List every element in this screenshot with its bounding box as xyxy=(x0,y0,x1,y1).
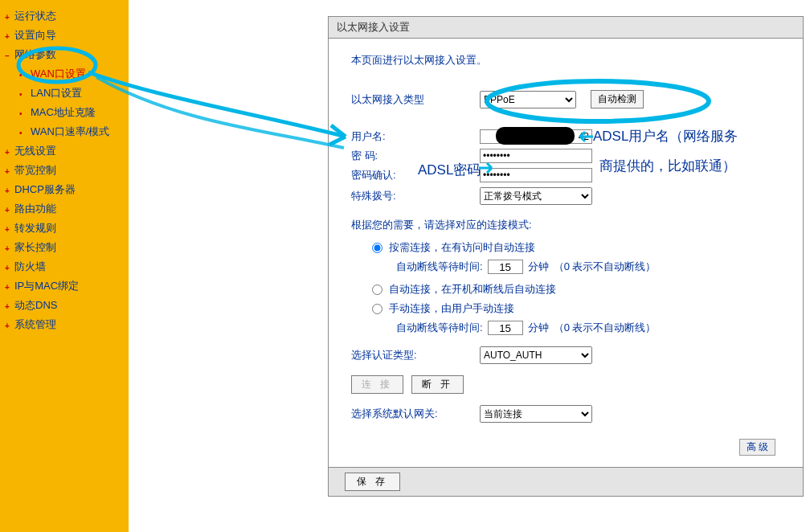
annotation-text-isp: 商提供的，比如联通） xyxy=(599,157,736,175)
conn-type-select[interactable]: PPPoE xyxy=(480,91,576,108)
sidebar-item-13[interactable]: +防火墙 xyxy=(0,257,129,276)
sidebar-item-5[interactable]: •MAC地址克隆 xyxy=(0,103,129,122)
panel-body: 本页面进行以太网接入设置。 以太网接入类型 PPPoE 自动检测 用户名: 密 … xyxy=(329,39,803,467)
advanced-button[interactable]: 高 级 xyxy=(739,439,775,456)
wait2-input[interactable] xyxy=(488,321,523,335)
sidebar-item-label: WAN口设置 xyxy=(31,68,86,80)
sidebar-item-label: 动态DNS xyxy=(14,299,57,311)
wait2-unit: 分钟 xyxy=(528,321,549,335)
panel-desc: 本页面进行以太网接入设置。 xyxy=(351,53,780,68)
sidebar-item-15[interactable]: +动态DNS xyxy=(0,296,129,315)
sidebar-item-14[interactable]: +IP与MAC绑定 xyxy=(0,276,129,296)
gateway-label: 选择系统默认网关: xyxy=(351,407,480,421)
sidebar-item-2[interactable]: –网络参数 xyxy=(0,45,129,64)
password-input[interactable] xyxy=(480,149,592,163)
plus-icon: + xyxy=(5,280,10,295)
save-bar: 保 存 xyxy=(329,467,803,496)
conn-type-label: 以太网接入类型 xyxy=(351,92,480,107)
dial-select[interactable]: 正常拨号模式 xyxy=(480,187,592,205)
sidebar-item-label: 家长控制 xyxy=(14,241,56,253)
conn-type-row: 以太网接入类型 PPPoE 自动检测 xyxy=(351,90,780,108)
sidebar-item-label: 设置向导 xyxy=(14,29,56,41)
plus-icon: + xyxy=(5,319,10,334)
sidebar-item-label: 防火墙 xyxy=(14,260,46,272)
sidebar-item-6[interactable]: •WAN口速率/模式 xyxy=(0,122,129,141)
wait1-row: 自动断线等待时间: 分钟 （0 表示不自动断线） xyxy=(396,260,780,274)
sidebar-item-label: 转发规则 xyxy=(14,222,56,234)
password-confirm-input[interactable] xyxy=(480,168,592,182)
save-button[interactable]: 保 存 xyxy=(345,473,400,491)
dot-icon: • xyxy=(19,126,22,141)
sidebar-item-label: WAN口速率/模式 xyxy=(31,125,109,137)
dial-label: 特殊拨号: xyxy=(351,189,480,203)
sidebar-item-10[interactable]: +路由功能 xyxy=(0,199,129,219)
wait1-hint: （0 表示不自动断线） xyxy=(554,260,657,274)
sidebar-list: +运行状态+设置向导–网络参数•WAN口设置•LAN口设置•MAC地址克隆•WA… xyxy=(0,6,129,334)
mode1-radio[interactable] xyxy=(372,243,382,253)
annotation-text-pwd: ADSL密码 xyxy=(418,161,481,179)
username-label: 用户名: xyxy=(351,129,480,144)
disconnect-button[interactable]: 断 开 xyxy=(411,375,464,394)
sidebar-item-label: 运行状态 xyxy=(14,10,56,22)
mode3-radio[interactable] xyxy=(372,304,382,314)
conn-mode-desc: 根据您的需要，请选择对应的连接模式: xyxy=(351,218,780,232)
mode3-row: 手动连接，由用户手动连接 xyxy=(372,301,780,316)
wait2-label: 自动断线等待时间: xyxy=(396,321,483,335)
sidebar-item-3[interactable]: •WAN口设置 xyxy=(0,64,129,84)
sidebar-item-label: 网络参数 xyxy=(14,48,56,60)
mode1-row: 按需连接，在有访问时自动连接 xyxy=(372,240,780,255)
mode2-radio[interactable] xyxy=(372,284,382,295)
sidebar-item-label: MAC地址克隆 xyxy=(31,106,96,118)
sidebar-item-8[interactable]: +带宽控制 xyxy=(0,161,129,180)
mode2-label: 自动连接，在开机和断线后自动连接 xyxy=(389,282,556,297)
sidebar-item-9[interactable]: +DHCP服务器 xyxy=(0,180,129,199)
auth-select[interactable]: AUTO_AUTH xyxy=(480,346,592,364)
sidebar-item-7[interactable]: +无线设置 xyxy=(0,141,129,161)
dot-icon: • xyxy=(19,88,22,102)
gateway-row: 选择系统默认网关: 当前连接 xyxy=(351,405,780,423)
plus-icon: + xyxy=(5,10,10,25)
sidebar-item-11[interactable]: +转发规则 xyxy=(0,219,129,238)
mode1-label: 按需连接，在有访问时自动连接 xyxy=(389,240,535,255)
dot-icon: • xyxy=(19,107,22,121)
wait1-unit: 分钟 xyxy=(528,260,549,274)
plus-icon: + xyxy=(5,30,10,44)
redacted-username-icon xyxy=(496,127,575,145)
sidebar-item-4[interactable]: •LAN口设置 xyxy=(0,84,129,103)
annotation-text-user: ADSL用户名（网络服务 xyxy=(593,127,738,145)
auth-row: 选择认证类型: AUTO_AUTH xyxy=(351,346,780,364)
gateway-select[interactable]: 当前连接 xyxy=(480,405,592,423)
sidebar-item-1[interactable]: +设置向导 xyxy=(0,26,129,45)
sidebar-item-label: DHCP服务器 xyxy=(14,183,76,195)
sidebar-item-label: 路由功能 xyxy=(14,203,56,215)
sidebar: +运行状态+设置向导–网络参数•WAN口设置•LAN口设置•MAC地址克隆•WA… xyxy=(0,0,129,532)
auth-label: 选择认证类型: xyxy=(351,348,480,362)
plus-icon: + xyxy=(5,300,10,314)
wait2-row: 自动断线等待时间: 分钟 （0 表示不自动断线） xyxy=(396,321,780,335)
sidebar-item-12[interactable]: +家长控制 xyxy=(0,238,129,257)
plus-icon: + xyxy=(5,184,10,198)
wait1-label: 自动断线等待时间: xyxy=(396,260,483,274)
dial-row: 特殊拨号: 正常拨号模式 xyxy=(351,187,780,205)
dot-icon: • xyxy=(19,68,22,83)
mode3-label: 手动连接，由用户手动连接 xyxy=(389,301,514,316)
wait2-hint: （0 表示不自动断线） xyxy=(554,321,657,335)
panel-title: 以太网接入设置 xyxy=(329,17,803,39)
sidebar-item-label: 无线设置 xyxy=(14,145,56,157)
plus-icon: + xyxy=(5,145,10,160)
sidebar-item-16[interactable]: +系统管理 xyxy=(0,315,129,334)
plus-icon: + xyxy=(5,223,10,237)
sidebar-item-label: 带宽控制 xyxy=(14,164,56,176)
wait1-input[interactable] xyxy=(488,260,523,274)
connect-button[interactable]: 连 接 xyxy=(351,375,403,394)
mode2-row: 自动连接，在开机和断线后自动连接 xyxy=(372,282,780,297)
sidebar-item-0[interactable]: +运行状态 xyxy=(0,6,129,26)
wan-settings-panel: 以太网接入设置 本页面进行以太网接入设置。 以太网接入类型 PPPoE 自动检测… xyxy=(328,16,804,497)
advanced-row: 高 级 xyxy=(351,439,780,456)
auto-detect-button[interactable]: 自动检测 xyxy=(591,90,644,108)
minus-icon: – xyxy=(5,49,10,63)
sidebar-item-label: IP与MAC绑定 xyxy=(14,280,79,292)
plus-icon: + xyxy=(5,165,10,179)
plus-icon: + xyxy=(5,242,10,256)
sidebar-item-label: 系统管理 xyxy=(14,318,56,330)
